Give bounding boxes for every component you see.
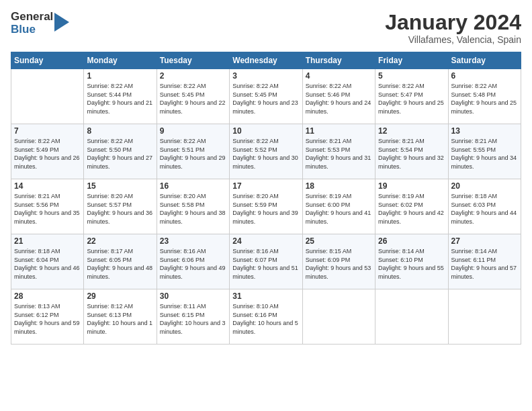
header: General Blue January 2024 Villafames, Va… — [11, 11, 521, 45]
page: General Blue January 2024 Villafames, Va… — [0, 0, 532, 411]
day-number: 17 — [232, 181, 299, 191]
day-number: 4 — [306, 71, 372, 81]
table-row: 25Sunrise: 8:15 AMSunset: 6:09 PMDayligh… — [302, 234, 375, 289]
day-number: 24 — [232, 236, 299, 246]
table-row: 7Sunrise: 8:22 AMSunset: 5:49 PMDaylight… — [11, 124, 84, 179]
table-row: 12Sunrise: 8:21 AMSunset: 5:54 PMDayligh… — [375, 124, 448, 179]
day-info: Sunrise: 8:22 AMSunset: 5:45 PMDaylight:… — [232, 82, 299, 116]
day-number: 8 — [87, 126, 153, 136]
day-number: 15 — [87, 181, 153, 191]
day-info: Sunrise: 8:22 AMSunset: 5:48 PMDaylight:… — [451, 82, 518, 116]
table-row — [11, 69, 84, 124]
table-row: 14Sunrise: 8:21 AMSunset: 5:56 PMDayligh… — [11, 179, 84, 234]
table-row: 27Sunrise: 8:14 AMSunset: 6:11 PMDayligh… — [448, 234, 521, 289]
day-number: 13 — [451, 126, 518, 136]
header-tuesday: Tuesday — [157, 52, 229, 69]
day-number: 16 — [160, 181, 226, 191]
table-row: 8Sunrise: 8:22 AMSunset: 5:50 PMDaylight… — [84, 124, 157, 179]
day-number: 5 — [378, 71, 445, 81]
day-info: Sunrise: 8:20 AMSunset: 5:58 PMDaylight:… — [160, 192, 226, 226]
header-monday: Monday — [84, 52, 157, 69]
month-title: January 2024 — [385, 11, 521, 34]
day-info: Sunrise: 8:22 AMSunset: 5:47 PMDaylight:… — [378, 82, 445, 116]
day-number: 11 — [306, 126, 372, 136]
day-number: 29 — [87, 291, 153, 301]
logo-block: General Blue — [11, 11, 69, 36]
header-sunday: Sunday — [11, 52, 84, 69]
day-info: Sunrise: 8:22 AMSunset: 5:49 PMDaylight:… — [14, 137, 81, 171]
table-row: 10Sunrise: 8:22 AMSunset: 5:52 PMDayligh… — [230, 124, 302, 179]
table-row — [375, 289, 448, 345]
day-number: 28 — [14, 291, 81, 301]
day-number: 2 — [160, 71, 226, 81]
location: Villafames, Valencia, Spain — [385, 34, 521, 45]
day-info: Sunrise: 8:18 AMSunset: 6:04 PMDaylight:… — [14, 247, 81, 281]
table-row: 3Sunrise: 8:22 AMSunset: 5:45 PMDaylight… — [230, 69, 302, 124]
table-row: 26Sunrise: 8:14 AMSunset: 6:10 PMDayligh… — [375, 234, 448, 289]
day-info: Sunrise: 8:22 AMSunset: 5:44 PMDaylight:… — [87, 82, 153, 116]
day-info: Sunrise: 8:19 AMSunset: 6:02 PMDaylight:… — [378, 192, 445, 226]
calendar-table: Sunday Monday Tuesday Wednesday Thursday… — [11, 52, 521, 345]
week-row-1: 1Sunrise: 8:22 AMSunset: 5:44 PMDaylight… — [11, 69, 521, 124]
day-number: 10 — [232, 126, 299, 136]
table-row: 30Sunrise: 8:11 AMSunset: 6:15 PMDayligh… — [157, 289, 229, 345]
table-row: 1Sunrise: 8:22 AMSunset: 5:44 PMDaylight… — [84, 69, 157, 124]
table-row — [302, 289, 375, 345]
header-thursday: Thursday — [302, 52, 375, 69]
day-number: 26 — [378, 236, 445, 246]
table-row: 16Sunrise: 8:20 AMSunset: 5:58 PMDayligh… — [157, 179, 229, 234]
svg-marker-0 — [54, 13, 69, 32]
table-row: 17Sunrise: 8:20 AMSunset: 5:59 PMDayligh… — [230, 179, 302, 234]
table-row: 9Sunrise: 8:22 AMSunset: 5:51 PMDaylight… — [157, 124, 229, 179]
day-info: Sunrise: 8:19 AMSunset: 6:00 PMDaylight:… — [306, 192, 372, 226]
week-row-5: 28Sunrise: 8:13 AMSunset: 6:12 PMDayligh… — [11, 289, 521, 345]
header-wednesday: Wednesday — [230, 52, 302, 69]
header-saturday: Saturday — [448, 52, 521, 69]
table-row: 23Sunrise: 8:16 AMSunset: 6:06 PMDayligh… — [157, 234, 229, 289]
table-row: 20Sunrise: 8:18 AMSunset: 6:03 PMDayligh… — [448, 179, 521, 234]
table-row: 28Sunrise: 8:13 AMSunset: 6:12 PMDayligh… — [11, 289, 84, 345]
table-row: 21Sunrise: 8:18 AMSunset: 6:04 PMDayligh… — [11, 234, 84, 289]
day-info: Sunrise: 8:20 AMSunset: 5:57 PMDaylight:… — [87, 192, 153, 226]
day-info: Sunrise: 8:14 AMSunset: 6:10 PMDaylight:… — [378, 247, 445, 281]
day-number: 12 — [378, 126, 445, 136]
day-number: 1 — [87, 71, 153, 81]
day-number: 20 — [451, 181, 518, 191]
day-info: Sunrise: 8:13 AMSunset: 6:12 PMDaylight:… — [14, 302, 81, 336]
table-row: 24Sunrise: 8:16 AMSunset: 6:07 PMDayligh… — [230, 234, 302, 289]
week-row-3: 14Sunrise: 8:21 AMSunset: 5:56 PMDayligh… — [11, 179, 521, 234]
day-info: Sunrise: 8:16 AMSunset: 6:07 PMDaylight:… — [232, 247, 299, 281]
day-number: 23 — [160, 236, 226, 246]
day-number: 21 — [14, 236, 81, 246]
day-number: 14 — [14, 181, 81, 191]
table-row: 4Sunrise: 8:22 AMSunset: 5:46 PMDaylight… — [302, 69, 375, 124]
logo-icon — [54, 13, 69, 32]
table-row: 22Sunrise: 8:17 AMSunset: 6:05 PMDayligh… — [84, 234, 157, 289]
day-number: 3 — [232, 71, 299, 81]
day-info: Sunrise: 8:22 AMSunset: 5:46 PMDaylight:… — [306, 82, 372, 116]
day-info: Sunrise: 8:22 AMSunset: 5:50 PMDaylight:… — [87, 137, 153, 171]
header-friday: Friday — [375, 52, 448, 69]
week-row-2: 7Sunrise: 8:22 AMSunset: 5:49 PMDaylight… — [11, 124, 521, 179]
day-info: Sunrise: 8:15 AMSunset: 6:09 PMDaylight:… — [306, 247, 372, 281]
logo-general: General — [11, 11, 53, 24]
table-row: 31Sunrise: 8:10 AMSunset: 6:16 PMDayligh… — [230, 289, 302, 345]
day-number: 31 — [232, 291, 299, 301]
week-row-4: 21Sunrise: 8:18 AMSunset: 6:04 PMDayligh… — [11, 234, 521, 289]
table-row: 6Sunrise: 8:22 AMSunset: 5:48 PMDaylight… — [448, 69, 521, 124]
table-row: 29Sunrise: 8:12 AMSunset: 6:13 PMDayligh… — [84, 289, 157, 345]
day-info: Sunrise: 8:14 AMSunset: 6:11 PMDaylight:… — [451, 247, 518, 281]
day-number: 30 — [160, 291, 226, 301]
days-header-row: Sunday Monday Tuesday Wednesday Thursday… — [11, 52, 521, 69]
day-info: Sunrise: 8:17 AMSunset: 6:05 PMDaylight:… — [87, 247, 153, 281]
day-info: Sunrise: 8:11 AMSunset: 6:15 PMDaylight:… — [160, 302, 226, 336]
logo-blue: Blue — [11, 24, 53, 36]
title-block: January 2024 Villafames, Valencia, Spain — [385, 11, 521, 45]
table-row: 15Sunrise: 8:20 AMSunset: 5:57 PMDayligh… — [84, 179, 157, 234]
day-number: 9 — [160, 126, 226, 136]
day-number: 7 — [14, 126, 81, 136]
day-info: Sunrise: 8:20 AMSunset: 5:59 PMDaylight:… — [232, 192, 299, 226]
day-info: Sunrise: 8:16 AMSunset: 6:06 PMDaylight:… — [160, 247, 226, 281]
day-info: Sunrise: 8:21 AMSunset: 5:53 PMDaylight:… — [306, 137, 372, 171]
day-info: Sunrise: 8:10 AMSunset: 6:16 PMDaylight:… — [232, 302, 299, 336]
